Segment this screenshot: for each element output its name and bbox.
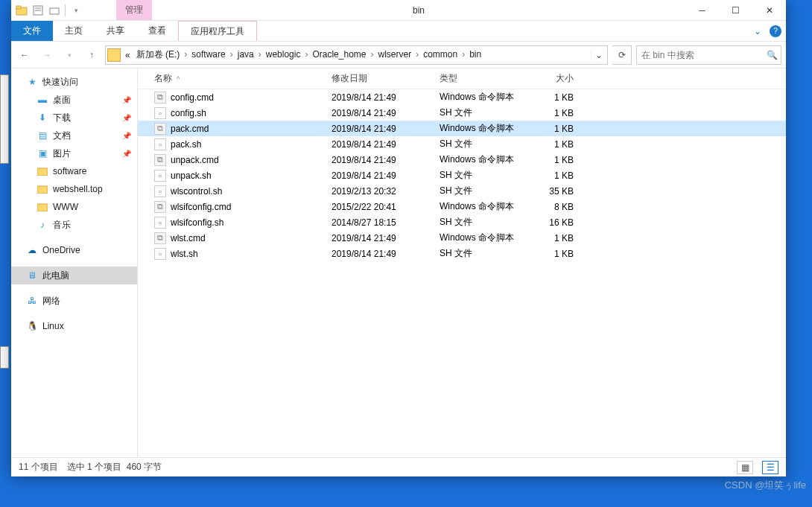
breadcrumb-item[interactable]: wlserver (375, 49, 414, 60)
file-type: Windows 命令脚本 (440, 122, 530, 135)
file-row[interactable]: ⧉wlsifconfig.cmd2015/2/22 20:41Windows 命… (138, 199, 786, 214)
file-date: 2019/8/14 21:49 (332, 249, 440, 259)
file-row[interactable]: ⧉pack.cmd2019/8/14 21:49Windows 命令脚本1 KB (138, 121, 786, 136)
file-row[interactable]: ⧉unpack.cmd2019/8/14 21:49Windows 命令脚本1 … (138, 152, 786, 168)
music-icon: ♪ (37, 219, 48, 231)
folder-icon (107, 48, 121, 62)
file-name: wlst.sh (171, 249, 198, 259)
address-bar[interactable]: « 新加卷 (E:)›software›java›weblogic›Oracle… (105, 45, 608, 65)
file-size: 1 KB (530, 92, 581, 103)
forward-button[interactable]: → (38, 46, 56, 64)
file-size: 1 KB (530, 139, 581, 150)
tab-view[interactable]: 查看 (136, 21, 178, 41)
column-headers: 名称^ 修改日期 类型 大小 (138, 68, 786, 89)
file-size: 8 KB (530, 202, 581, 212)
svg-rect-5 (50, 8, 59, 14)
chevron-right-icon[interactable]: › (414, 49, 420, 60)
file-row[interactable]: ▫pack.sh2019/8/14 21:49SH 文件1 KB (138, 136, 786, 152)
search-input[interactable] (637, 50, 763, 60)
file-icon: ⧉ (154, 232, 166, 244)
qat-dropdown-icon[interactable]: ▾ (70, 4, 82, 16)
col-size[interactable]: 大小 (530, 72, 581, 85)
folder-icon (16, 4, 28, 16)
file-type: SH 文件 (440, 216, 530, 229)
chevron-right-icon[interactable]: › (460, 49, 466, 60)
ribbon-expand-icon[interactable]: ⌄ (750, 21, 765, 41)
nav-label: 图片 (53, 147, 71, 160)
file-row[interactable]: ▫unpack.sh2019/8/14 21:49SH 文件1 KB (138, 168, 786, 183)
tab-home[interactable]: 主页 (53, 21, 95, 41)
file-row[interactable]: ▫config.sh2019/8/14 21:49SH 文件1 KB (138, 105, 786, 121)
file-name: wlsifconfig.sh (171, 217, 223, 228)
nav-documents[interactable]: ▤文档📌 (11, 127, 137, 144)
nav-folder-software[interactable]: software (11, 162, 137, 180)
nav-onedrive[interactable]: ☁OneDrive (11, 241, 137, 259)
path-dropdown-icon[interactable]: ⌄ (591, 50, 606, 60)
nav-label: webshell.top (53, 184, 103, 194)
col-date[interactable]: 修改日期 (332, 72, 440, 85)
titlebar[interactable]: ▾ 管理 bin ─ ☐ ✕ (11, 0, 786, 21)
file-row[interactable]: ⧉wlst.cmd2019/8/14 21:49Windows 命令脚本1 KB (138, 230, 786, 246)
nav-pictures[interactable]: ▣图片📌 (11, 144, 137, 162)
search-box[interactable]: 🔍 (636, 45, 781, 65)
view-details-button[interactable]: ☰ (762, 461, 778, 474)
breadcrumb-item[interactable]: 新加卷 (E:) (133, 49, 183, 60)
window-title: bin (152, 5, 685, 16)
col-name[interactable]: 名称^ (138, 72, 332, 85)
desktop-icon: ▬ (37, 94, 48, 106)
refresh-button[interactable]: ⟳ (612, 45, 632, 65)
breadcrumb-item[interactable]: weblogic (263, 49, 304, 60)
linux-icon: 🐧 (26, 320, 38, 332)
tab-app-tools[interactable]: 应用程序工具 (178, 21, 257, 41)
breadcrumb-item[interactable]: software (188, 49, 228, 60)
chevron-right-icon[interactable]: › (257, 49, 263, 60)
minimize-button[interactable]: ─ (685, 0, 719, 21)
breadcrumb-item[interactable]: Oracle_home (309, 49, 369, 60)
new-folder-icon[interactable] (48, 4, 60, 16)
folder-icon (37, 165, 48, 177)
file-name: pack.sh (171, 139, 201, 150)
pc-icon: 🖥 (26, 270, 38, 281)
sort-asc-icon: ^ (177, 75, 180, 83)
nav-linux[interactable]: 🐧Linux (11, 317, 137, 335)
file-date: 2019/2/13 20:32 (332, 186, 440, 197)
nav-this-pc[interactable]: 🖥此电脑 (11, 267, 137, 284)
breadcrumb-item[interactable]: common (420, 49, 460, 60)
file-date: 2019/8/14 21:49 (332, 108, 440, 118)
nav-label: 快速访问 (42, 76, 78, 89)
ribbon-tabs: 文件 主页 共享 查看 应用程序工具 ⌄ ? (11, 21, 786, 42)
file-row[interactable]: ▫wlsifconfig.sh2014/8/27 18:15SH 文件16 KB (138, 214, 786, 230)
breadcrumb-overflow[interactable]: « (122, 50, 133, 60)
file-row[interactable]: ▫wlscontrol.sh2019/2/13 20:32SH 文件35 KB (138, 183, 786, 199)
breadcrumb-item[interactable]: bin (466, 49, 484, 60)
chevron-right-icon[interactable]: › (229, 49, 235, 60)
nav-music[interactable]: ♪音乐 (11, 216, 137, 234)
pin-icon: 📌 (122, 96, 131, 104)
tab-share[interactable]: 共享 (95, 21, 136, 41)
search-icon[interactable]: 🔍 (763, 50, 781, 60)
col-type[interactable]: 类型 (440, 72, 530, 85)
nav-quick-access[interactable]: ★快速访问 (11, 73, 137, 91)
view-thumbnails-button[interactable]: ▦ (737, 461, 753, 474)
nav-desktop[interactable]: ▬桌面📌 (11, 91, 137, 109)
recent-dropdown[interactable]: ▾ (60, 46, 78, 64)
file-name: unpack.sh (171, 170, 212, 181)
tab-file[interactable]: 文件 (11, 21, 53, 41)
breadcrumb-item[interactable]: java (235, 49, 257, 60)
close-button[interactable]: ✕ (752, 0, 786, 21)
file-row[interactable]: ⧉config.cmd2019/8/14 21:49Windows 命令脚本1 … (138, 89, 786, 105)
back-button[interactable]: ← (16, 46, 34, 64)
maximize-button[interactable]: ☐ (719, 0, 752, 21)
file-name: config.cmd (171, 92, 214, 103)
properties-icon[interactable] (32, 4, 44, 16)
file-row[interactable]: ▫wlst.sh2019/8/14 21:49SH 文件1 KB (138, 246, 786, 261)
file-size: 35 KB (530, 186, 581, 197)
nav-downloads[interactable]: ⬇下载📌 (11, 109, 137, 127)
up-button[interactable]: ↑ (83, 46, 101, 64)
status-count: 11 个项目 (19, 461, 58, 473)
nav-folder-www[interactable]: WWW (11, 198, 137, 216)
help-button[interactable]: ? (765, 21, 786, 41)
file-date: 2019/8/14 21:49 (332, 233, 440, 243)
nav-network[interactable]: 🖧网络 (11, 292, 137, 310)
nav-folder-webshell[interactable]: webshell.top (11, 180, 137, 198)
